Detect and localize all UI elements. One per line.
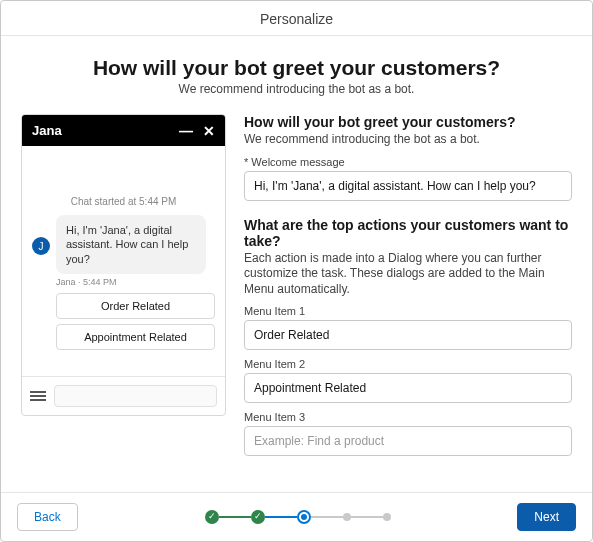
back-button[interactable]: Back — [17, 503, 78, 531]
step-1-done — [205, 510, 219, 524]
hero-title: How will your bot greet your customers? — [21, 56, 572, 80]
menu-item-2-input[interactable] — [244, 373, 572, 403]
menu-item-1-input[interactable] — [244, 320, 572, 350]
greeting-subtitle: We recommend introducing the bot as a bo… — [244, 132, 572, 148]
actions-title: What are the top actions your customers … — [244, 217, 572, 249]
chat-bot-name: Jana — [32, 123, 62, 138]
next-button[interactable]: Next — [517, 503, 576, 531]
progress-stepper — [205, 510, 391, 524]
chat-started-label: Chat started at 5:44 PM — [32, 196, 215, 207]
window-title: Personalize — [1, 1, 592, 36]
main-content: How will your bot greet your customers? … — [1, 36, 592, 492]
step-line — [219, 516, 251, 518]
preview-menu-item-1: Order Related — [56, 293, 215, 319]
chat-meta: Jana · 5:44 PM — [56, 277, 215, 287]
chat-preview: Jana — ✕ Chat started at 5:44 PM J Hi, I… — [21, 114, 226, 416]
minimize-icon: — — [179, 124, 193, 138]
chat-input-row — [22, 376, 225, 415]
step-line — [265, 516, 297, 518]
menu-item-3-label: Menu Item 3 — [244, 411, 572, 423]
chat-input-placeholder — [54, 385, 217, 407]
step-line — [311, 516, 343, 518]
greeting-title: How will your bot greet your customers? — [244, 114, 572, 130]
hero: How will your bot greet your customers? … — [21, 56, 572, 96]
step-2-done — [251, 510, 265, 524]
menu-item-1-label: Menu Item 1 — [244, 305, 572, 317]
bot-avatar: J — [32, 237, 50, 255]
step-line — [351, 516, 383, 518]
preview-menu-item-2: Appointment Related — [56, 324, 215, 350]
step-4-future — [343, 513, 351, 521]
menu-item-3-input[interactable] — [244, 426, 572, 456]
welcome-message-input[interactable] — [244, 171, 572, 201]
wizard-footer: Back Next — [1, 492, 592, 541]
chat-bubble: Hi, I'm 'Jana', a digital assistant. How… — [56, 215, 206, 274]
chat-preview-header: Jana — ✕ — [22, 115, 225, 146]
menu-item-2-label: Menu Item 2 — [244, 358, 572, 370]
close-icon: ✕ — [203, 124, 215, 138]
welcome-message-label: Welcome message — [244, 156, 572, 168]
wizard-window: Personalize How will your bot greet your… — [0, 0, 593, 542]
step-3-current — [297, 510, 311, 524]
chat-preview-body: Chat started at 5:44 PM J Hi, I'm 'Jana'… — [22, 146, 225, 376]
form-panel: How will your bot greet your customers? … — [244, 114, 572, 456]
menu-icon — [30, 391, 46, 401]
actions-subtitle: Each action is made into a Dialog where … — [244, 251, 572, 298]
hero-subtitle: We recommend introducing the bot as a bo… — [21, 82, 572, 96]
step-5-future — [383, 513, 391, 521]
